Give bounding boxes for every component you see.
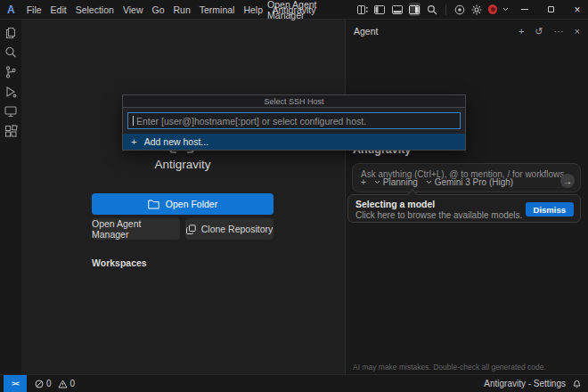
select-ssh-host-dialog: Select SSH Host Enter [user@]hostname[:p…: [122, 94, 466, 151]
search-icon[interactable]: [426, 3, 438, 16]
more-actions-icon[interactable]: ···: [554, 27, 564, 37]
ai-disclaimer: AI may make mistakes. Double-check all g…: [353, 363, 546, 372]
agent-panel: Agent + ↺ ··· × Antigravity Ask anything…: [345, 20, 588, 374]
add-new-host-item[interactable]: + Add new host...: [123, 134, 465, 150]
errors-icon: [35, 380, 44, 388]
titlebar-separator: [445, 4, 446, 15]
explorer-icon[interactable]: [4, 26, 18, 40]
menu-go[interactable]: Go: [147, 4, 168, 15]
browser-icon[interactable]: [453, 3, 466, 16]
avatar-dot-icon: [491, 7, 495, 12]
clone-repository-button[interactable]: Clone Repository: [185, 218, 274, 240]
customize-layout-icon[interactable]: [356, 3, 369, 16]
tooltip-body: Click here to browse the available model…: [355, 210, 522, 220]
toggle-sidebar-left-icon[interactable]: [373, 3, 386, 16]
menu-selection[interactable]: Selection: [71, 4, 118, 15]
run-debug-icon[interactable]: [4, 85, 18, 99]
menu-file[interactable]: File: [22, 4, 46, 15]
settings-status-item[interactable]: Antigravity - Settings: [484, 379, 566, 388]
minimize-icon: [521, 9, 528, 10]
ssh-host-input-placeholder: Enter [user@]hostname[:port] or select c…: [136, 116, 366, 127]
remote-indicator[interactable]: ><: [4, 375, 27, 392]
plus-icon: +: [131, 136, 137, 147]
maximize-icon: [548, 6, 554, 12]
dialog-title: Select SSH Host: [122, 94, 466, 107]
mode-dropdown-label: Planning: [383, 177, 418, 187]
menu-edit[interactable]: Edit: [46, 4, 71, 15]
problems-status[interactable]: 0 0: [35, 379, 78, 388]
dialog-body: Enter [user@]hostname[:port] or select c…: [122, 107, 466, 151]
agent-input-controls: + Planning Gemini 3 Pro (High): [361, 177, 513, 187]
errors-count: 0: [46, 379, 52, 388]
account-avatar[interactable]: [488, 4, 497, 14]
text-cursor: [133, 116, 134, 126]
history-icon[interactable]: ↺: [535, 27, 543, 37]
agent-panel-header: Agent + ↺ ··· ×: [346, 20, 588, 43]
account-chevron-down-icon[interactable]: [502, 7, 509, 12]
model-dropdown[interactable]: Gemini 3 Pro (High): [426, 177, 513, 187]
settings-gear-icon[interactable]: [470, 3, 483, 16]
attach-plus-icon[interactable]: +: [361, 177, 366, 187]
agent-panel-title: Agent: [354, 26, 378, 37]
menu-terminal[interactable]: Terminal: [195, 4, 240, 15]
app-logo-icon: A: [7, 4, 15, 16]
status-bar: >< 0 0 Antigravity - Settings: [0, 374, 588, 392]
window-title: Antigravity: [272, 4, 315, 15]
window: { "titlebar": { "logo": "A", "menus": ["…: [0, 0, 588, 392]
open-agent-manager-label: Open Agent Manager: [92, 218, 180, 240]
new-conversation-icon[interactable]: +: [519, 27, 524, 37]
close-window-button[interactable]: ×: [567, 0, 588, 20]
search-sidebar-icon[interactable]: [4, 45, 18, 60]
statusbar-right: Antigravity - Settings: [484, 379, 582, 388]
remote-explorer-icon[interactable]: [4, 104, 18, 118]
model-dropdown-label: Gemini 3 Pro (High): [435, 177, 513, 187]
maximize-button[interactable]: [541, 0, 562, 20]
welcome-title: Antigravity: [92, 158, 274, 171]
title-bar: A File Edit Selection View Go Run Termin…: [0, 0, 588, 20]
add-new-host-label: Add new host...: [144, 136, 208, 147]
open-agent-manager-welcome-button[interactable]: Open Agent Manager: [92, 218, 180, 240]
warnings-count: 0: [70, 379, 76, 388]
open-folder-button[interactable]: Open Folder: [92, 193, 274, 215]
mode-dropdown[interactable]: Planning: [374, 177, 418, 187]
source-control-icon[interactable]: [4, 65, 18, 79]
menu-help[interactable]: Help: [239, 4, 267, 15]
clone-icon: [186, 225, 196, 234]
welcome-secondary-buttons: Open Agent Manager Clone Repository: [92, 218, 274, 240]
toggle-panel-right-icon[interactable]: [409, 3, 421, 16]
welcome-page: Antigravity Open Folder Open Agent Manag…: [21, 20, 345, 374]
agent-input-box[interactable]: Ask anything (Ctrl+L), @ to mention, / f…: [352, 163, 581, 192]
minimize-button[interactable]: [514, 0, 535, 20]
clone-repository-label: Clone Repository: [201, 224, 274, 234]
workspaces-heading: Workspaces: [92, 257, 147, 268]
toggle-panel-bottom-icon[interactable]: [391, 3, 404, 16]
menu-bar: File Edit Selection View Go Run Terminal…: [22, 4, 267, 15]
menu-run[interactable]: Run: [168, 4, 194, 15]
ssh-host-input[interactable]: Enter [user@]hostname[:port] or select c…: [127, 112, 461, 129]
warnings-icon: [58, 380, 68, 388]
model-selection-tooltip: Selecting a model Click here to browse t…: [347, 194, 581, 223]
folder-icon: [148, 200, 159, 209]
notifications-bell-icon[interactable]: [572, 379, 582, 388]
activity-bar: [0, 20, 21, 374]
tooltip-title: Selecting a model: [355, 199, 435, 209]
send-button[interactable]: →: [560, 174, 575, 188]
extensions-icon[interactable]: [4, 124, 18, 138]
dismiss-button[interactable]: Dismiss: [526, 202, 574, 216]
menu-view[interactable]: View: [118, 4, 148, 15]
close-panel-icon[interactable]: ×: [575, 27, 580, 37]
open-folder-label: Open Folder: [166, 199, 217, 209]
